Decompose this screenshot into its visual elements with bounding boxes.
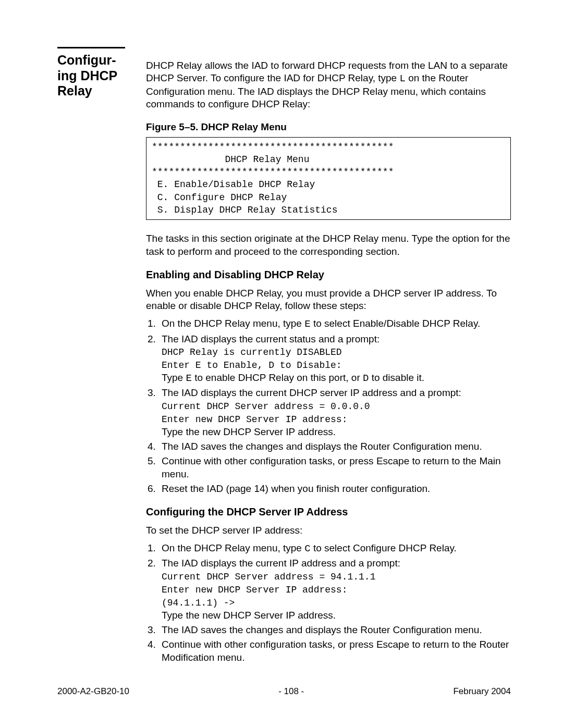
- page-footer: 2000-A2-GB20-10 - 108 - February 2004: [57, 686, 511, 697]
- intro-paragraph: DHCP Relay allows the IAD to forward DHC…: [146, 47, 511, 110]
- intro-key: L: [399, 73, 405, 84]
- cfg-step-2: The IAD displays the current IP address …: [158, 557, 511, 622]
- sub-heading-configure: Configuring the DHCP Server IP Address: [146, 505, 511, 519]
- side-rule: [57, 47, 125, 48]
- step-1: On the DHCP Relay menu, type E to select…: [158, 317, 511, 330]
- sub2-intro: To set the DHCP server IP address:: [146, 524, 511, 537]
- step2-tail-post: to disable it.: [369, 372, 424, 383]
- cfg-step2-line1: The IAD displays the current IP address …: [162, 558, 400, 569]
- step3-line1: The IAD displays the current DHCP server…: [162, 387, 461, 398]
- step2-tail-pre: Type: [162, 372, 186, 383]
- step2-line1: The IAD displays the current status and …: [162, 334, 380, 344]
- page: Configur- ing DHCP Relay DHCP Relay allo…: [0, 0, 563, 728]
- side-column: Configur- ing DHCP Relay: [57, 47, 146, 99]
- step-5: Continue with other configuration tasks,…: [158, 455, 511, 480]
- cfg-step-4: Continue with other configuration tasks,…: [158, 638, 511, 664]
- step-6: Reset the IAD (page 14) when you finish …: [158, 483, 511, 495]
- cfg-step1-key: C: [304, 543, 310, 554]
- step1-key: E: [304, 318, 310, 330]
- cfg-step-3: The IAD saves the changes and displays t…: [158, 624, 511, 636]
- section-heading: Configur- ing DHCP Relay: [57, 53, 137, 99]
- step-2: The IAD displays the current status and …: [158, 333, 511, 385]
- step1-post: to select Enable/Disable DHCP Relay.: [311, 318, 481, 329]
- step1-pre: On the DHCP Relay menu, type: [162, 318, 304, 329]
- figure-caption: Figure 5–5. DHCP Relay Menu: [146, 121, 511, 133]
- footer-left: 2000-A2-GB20-10: [57, 686, 129, 697]
- footer-right: February 2004: [453, 686, 511, 697]
- step2-mono2: Enter E to Enable, D to Disable:: [162, 360, 342, 371]
- cfg-step2-mono3: (94.1.1.1) ->: [162, 598, 235, 608]
- sub-heading-enable: Enabling and Disabling DHCP Relay: [146, 268, 511, 282]
- step2-mono1: DHCP Relay is currently DISABLED: [162, 347, 342, 357]
- content-columns: Configur- ing DHCP Relay DHCP Relay allo…: [57, 47, 511, 674]
- footer-center: - 108 -: [278, 686, 304, 697]
- step2-key-e: E: [186, 373, 191, 384]
- step-3: The IAD displays the current DHCP server…: [158, 387, 511, 438]
- dhcp-relay-menu-box: ****************************************…: [146, 137, 511, 220]
- step3-mono2: Enter new DHCP Server IP address:: [162, 414, 347, 425]
- step2-tail-mid: to enable DHCP Relay on this port, or: [192, 372, 363, 383]
- cfg-step1-post: to select Configure DHCP Relay.: [311, 542, 457, 553]
- sub1-intro: When you enable DHCP Relay, you must pro…: [146, 287, 511, 313]
- step3-tail: Type the new DHCP Server IP address.: [162, 426, 336, 437]
- main-column: DHCP Relay allows the IAD to forward DHC…: [146, 47, 511, 674]
- cfg-step2-tail: Type the new DHCP Server IP address.: [162, 610, 336, 621]
- cfg-step1-pre: On the DHCP Relay menu, type: [162, 542, 304, 553]
- step3-mono1: Current DHCP Server address = 0.0.0.0: [162, 401, 370, 412]
- step-4: The IAD saves the changes and displays t…: [158, 440, 511, 453]
- cfg-step2-mono2: Enter new DHCP Server IP address:: [162, 585, 347, 595]
- section-note: The tasks in this section originate at t…: [146, 232, 511, 258]
- configure-ip-steps: On the DHCP Relay menu, type C to select…: [146, 542, 511, 664]
- cfg-step-1: On the DHCP Relay menu, type C to select…: [158, 542, 511, 555]
- enable-disable-steps: On the DHCP Relay menu, type E to select…: [146, 317, 511, 495]
- step2-key-d: D: [363, 373, 369, 384]
- cfg-step2-mono1: Current DHCP Server address = 94.1.1.1: [162, 572, 375, 582]
